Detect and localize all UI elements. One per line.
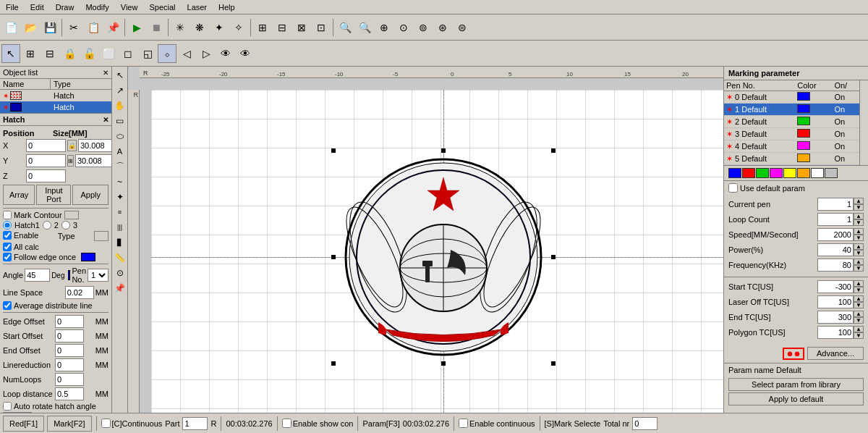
polygon-tc-up[interactable]: ▲: [854, 326, 864, 332]
tool7[interactable]: ⊠: [292, 18, 311, 37]
palette-blue[interactable]: [728, 168, 741, 178]
speed-input[interactable]: [817, 228, 854, 241]
loop-count-down[interactable]: ▼: [854, 219, 864, 226]
menu-draw[interactable]: Draw: [50, 1, 80, 13]
hatch3-radio[interactable]: [61, 221, 70, 230]
array-tab[interactable]: Array: [3, 185, 35, 205]
line-reduction-input[interactable]: [55, 358, 84, 371]
y-position-input[interactable]: [26, 154, 66, 167]
menu-file[interactable]: File: [0, 1, 25, 13]
handle-bm[interactable]: [441, 361, 446, 366]
advance-button[interactable]: Advance...: [807, 347, 864, 360]
red-indicator[interactable]: ⏺⏺: [783, 348, 804, 360]
enable-continuous-checkbox[interactable]: [459, 419, 468, 428]
handle-tr[interactable]: [551, 148, 556, 153]
tool4[interactable]: ✧: [229, 18, 248, 37]
use-default-checkbox[interactable]: [728, 183, 738, 193]
tool-node[interactable]: ↗: [113, 83, 127, 98]
paste-button[interactable]: 📌: [103, 18, 122, 37]
start-tc-input[interactable]: [817, 280, 854, 293]
power-input[interactable]: [817, 243, 854, 256]
copy-button[interactable]: 📋: [84, 18, 103, 37]
zoom-all[interactable]: ⊙: [394, 18, 413, 37]
cut-button[interactable]: ✂: [64, 18, 83, 37]
zoom-out[interactable]: 🔍: [355, 18, 374, 37]
enable-show-con-checkbox[interactable]: [282, 419, 292, 428]
loop-distance-input[interactable]: [55, 387, 84, 400]
zoom-prev[interactable]: ⊛: [433, 18, 452, 37]
tool-t12[interactable]: 👁: [236, 44, 255, 63]
x-position-input[interactable]: [26, 139, 66, 152]
palette-red[interactable]: [742, 168, 755, 178]
pen-row-2[interactable]: ✶ 2 Default On: [724, 116, 859, 128]
tool-t9[interactable]: ◁: [177, 44, 196, 63]
current-pen-input[interactable]: [817, 198, 854, 211]
palette-white[interactable]: [811, 168, 824, 178]
zoom-in[interactable]: 🔍: [336, 18, 354, 37]
select-param-button[interactable]: Select param from library: [728, 378, 864, 391]
stop-button[interactable]: ⏹: [147, 18, 166, 37]
tool-t4[interactable]: 🔓: [80, 44, 98, 63]
end-tc-up[interactable]: ▲: [854, 311, 864, 317]
apply-button[interactable]: Apply: [72, 185, 109, 205]
handle-br[interactable]: [551, 361, 556, 366]
end-tc-input[interactable]: [817, 311, 854, 324]
follow-edge-checkbox[interactable]: [3, 253, 12, 261]
frequency-down[interactable]: ▼: [854, 265, 864, 272]
pen-row-4[interactable]: ✶ 4 Default On: [724, 140, 859, 153]
tool-t6[interactable]: ◻: [119, 44, 137, 63]
lock-icon[interactable]: 🔒: [67, 140, 77, 151]
start-tc-up[interactable]: ▲: [854, 280, 864, 287]
current-pen-down[interactable]: ▼: [854, 204, 864, 211]
object-list-close[interactable]: ✕: [103, 69, 109, 77]
auto-rotate-checkbox[interactable]: [3, 402, 12, 411]
part-input[interactable]: [182, 417, 208, 430]
polygon-tc-down[interactable]: ▼: [854, 332, 864, 339]
tool1[interactable]: ✳: [171, 18, 190, 37]
tool-t3[interactable]: 🔒: [60, 44, 79, 63]
hatch-panel-close[interactable]: ✕: [103, 116, 109, 124]
tool-spiral[interactable]: ⊙: [113, 266, 127, 280]
pen-select[interactable]: 1: [88, 269, 109, 282]
new-button[interactable]: 📄: [1, 18, 20, 37]
polygon-tc-input[interactable]: [817, 326, 854, 339]
menu-special[interactable]: Special: [143, 1, 181, 13]
handle-ml[interactable]: [331, 255, 336, 259]
degree-input[interactable]: [3, 412, 32, 413]
red-f1-button[interactable]: Red[F1]: [3, 416, 44, 432]
laser-off-tc-up[interactable]: ▲: [854, 295, 864, 302]
palette-gray[interactable]: [825, 168, 838, 178]
save-button[interactable]: 💾: [41, 18, 59, 37]
pen-row-1[interactable]: ✶ 1 Default On: [724, 104, 859, 116]
tool-star[interactable]: ✦: [113, 190, 127, 204]
tool-rect[interactable]: ▭: [113, 114, 127, 128]
input-port-tab[interactable]: Input Port: [36, 185, 71, 205]
tool-t7[interactable]: ◱: [138, 44, 157, 63]
menu-edit[interactable]: Edit: [25, 1, 50, 13]
laser-off-tc-input[interactable]: [817, 295, 854, 308]
frequency-up[interactable]: ▲: [854, 258, 864, 265]
y-size-input[interactable]: [75, 154, 111, 167]
hatch2-radio[interactable]: [43, 221, 51, 230]
handle-tm[interactable]: [441, 148, 446, 153]
palette-magenta[interactable]: [770, 168, 783, 178]
total-input[interactable]: [632, 417, 658, 430]
mark-contour-checkbox[interactable]: [3, 211, 12, 219]
tool-t5[interactable]: ⬜: [99, 44, 118, 63]
mark-f2-button[interactable]: Mark[F2]: [47, 416, 91, 432]
zoom-fit[interactable]: ⊕: [375, 18, 393, 37]
tool-t2[interactable]: ⊟: [41, 44, 59, 63]
start-tc-down[interactable]: ▼: [854, 287, 864, 293]
loop-count-input[interactable]: [817, 213, 854, 226]
handle-bl[interactable]: [331, 361, 336, 366]
tool3[interactable]: ✦: [210, 18, 229, 37]
tool-arrow[interactable]: ↖: [113, 68, 127, 83]
tool5[interactable]: ⊞: [253, 18, 272, 37]
palette-yellow[interactable]: [783, 168, 796, 178]
pen-table-scrollbar[interactable]: [859, 80, 868, 165]
tool8[interactable]: ⊡: [312, 18, 331, 37]
tool-code[interactable]: |||: [113, 220, 127, 235]
power-up[interactable]: ▲: [854, 243, 864, 250]
loop-count-up[interactable]: ▲: [854, 213, 864, 219]
current-pen-up[interactable]: ▲: [854, 198, 864, 204]
